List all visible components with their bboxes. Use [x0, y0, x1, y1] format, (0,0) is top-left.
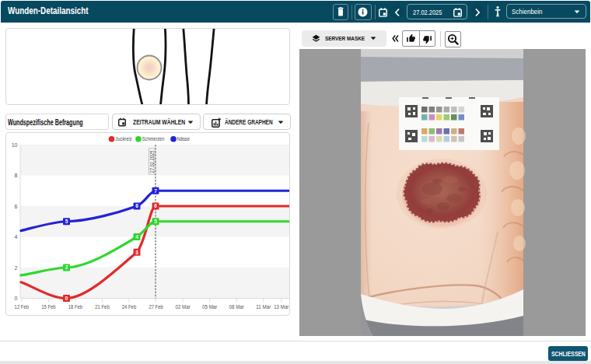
svg-text:6: 6	[154, 203, 157, 208]
svg-text:Schmerzen: Schmerzen	[142, 136, 165, 142]
svg-text:0: 0	[15, 296, 18, 301]
svg-text:5: 5	[154, 219, 157, 224]
svg-text:4: 4	[135, 234, 138, 240]
svg-text:21 Feb: 21 Feb	[95, 304, 109, 310]
svg-text:2: 2	[15, 265, 18, 271]
svg-text:18 Feb: 18 Feb	[68, 304, 82, 310]
svg-text:2: 2	[65, 264, 68, 270]
svg-text:11 Mar: 11 Mar	[256, 304, 271, 310]
svg-text:4: 4	[15, 234, 18, 240]
svg-text:5: 5	[65, 219, 68, 224]
svg-text:8: 8	[15, 173, 18, 178]
svg-text:6: 6	[135, 203, 138, 208]
svg-text:27 Feb: 27 Feb	[149, 304, 163, 310]
svg-text:13 Mar: 13 Mar	[274, 304, 289, 310]
svg-text:08 Mar: 08 Mar	[229, 304, 245, 310]
svg-text:Nässe: Nässe	[177, 136, 191, 142]
svg-text:Juckreiz: Juckreiz	[115, 136, 131, 142]
svg-text:02 Mar: 02 Mar	[176, 304, 191, 310]
svg-text:27.02.2025: 27.02.2025	[149, 150, 155, 173]
svg-text:0: 0	[65, 296, 68, 301]
svg-text:05 Mar: 05 Mar	[202, 304, 218, 310]
svg-text:6: 6	[15, 204, 18, 209]
svg-text:15 Feb: 15 Feb	[41, 304, 55, 310]
svg-text:3: 3	[135, 250, 138, 255]
svg-text:7: 7	[154, 188, 157, 194]
svg-text:24 Feb: 24 Feb	[122, 304, 136, 310]
svg-text:10: 10	[12, 142, 18, 148]
svg-text:12 Feb: 12 Feb	[15, 304, 29, 310]
